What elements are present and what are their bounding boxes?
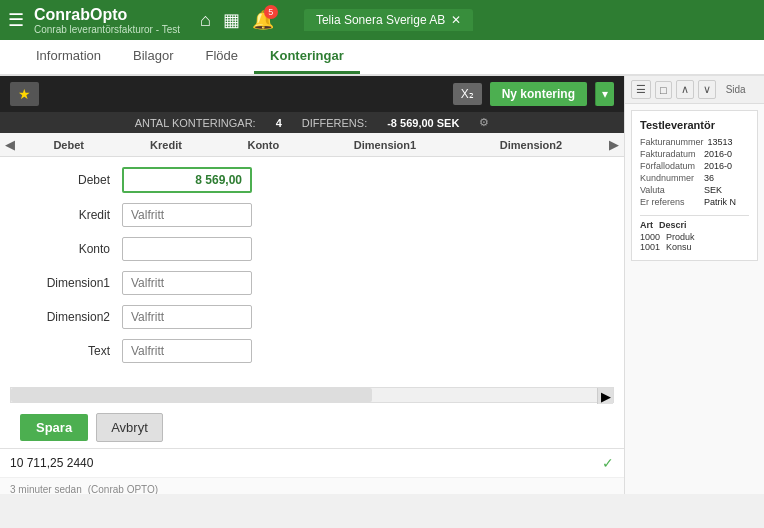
active-tab-label: Telia Sonera Sverige AB [316,13,445,27]
col-debet: Debet [20,139,117,151]
bell-icon[interactable]: 🔔5 [252,9,274,31]
antal-value: 4 [276,117,282,129]
table-row[interactable]: 10 711,25 2440 ✓ [0,449,624,478]
excel-button[interactable]: X₂ [453,83,482,105]
right-down-icon[interactable]: ∨ [698,80,716,99]
document-preview: Testleverantör Fakturanummer 13513 Faktu… [631,110,758,261]
row-author: (Conrab OPTO) [88,484,158,494]
doc-table: Art Descri 1000 Produk 1001 Konsu [640,215,749,252]
hamburger-icon[interactable]: ☰ [8,9,24,31]
dimension1-label: Dimension1 [20,276,110,290]
entry-rows: 10 711,25 2440 ✓ 3 minuter sedan (Conrab… [0,448,624,494]
table-header: ◀ Debet Kredit Konto Dimension1 Dimensio… [0,133,624,157]
app-sub: Conrab leverantörsfakturor - Test [34,24,180,35]
tab-bilagor[interactable]: Bilagor [117,40,189,74]
doc-fakturadatum: Fakturadatum 2016-0 [640,149,749,159]
differens-label: DIFFERENS: [302,117,367,129]
doc-valuta: Valuta SEK [640,185,749,195]
dimension2-row: Dimension2 [20,305,604,329]
antal-label: ANTAL KONTERINGAR: [135,117,256,129]
debet-row: Debet [20,167,604,193]
text-row: Text [20,339,604,363]
doc-table-header: Art Descri [640,220,749,230]
scroll-left-icon[interactable]: ◀ [0,137,20,152]
tab-konteringar[interactable]: Konteringar [254,40,360,74]
scroll-right-icon[interactable]: ▶ [604,137,624,152]
debet-label: Debet [20,173,110,187]
entry-toolbar: ★ X₂ Ny kontering ▾ [0,76,624,112]
form-area: Debet Kredit Konto Dimension1 Dimension2… [0,157,624,383]
stats-bar: ANTAL KONTERINGAR: 4 DIFFERENS: -8 569,0… [0,112,624,133]
right-toolbar: ☰ □ ∧ ∨ Sida [625,76,764,104]
dimension1-input[interactable] [122,271,252,295]
logo-area: ConrabOpto Conrab leverantörsfakturor - … [34,6,180,35]
konto-input[interactable] [122,237,252,261]
gear-icon[interactable]: ⚙ [479,116,489,129]
row-time: 3 minuter sedan [10,484,82,494]
right-panel: ☰ □ ∧ ∨ Sida Testleverantör Fakturanumme… [624,76,764,494]
close-icon[interactable]: ✕ [451,13,461,27]
row-values: 10 711,25 2440 [10,456,594,470]
tab-information[interactable]: Information [20,40,117,74]
ny-kontering-button[interactable]: Ny kontering [490,82,587,106]
doc-fakturanummer: Fakturanummer 13513 [640,137,749,147]
save-button[interactable]: Spara [20,414,88,441]
doc-er-referens: Er referens Patrik N [640,197,749,207]
scroll-right-arrow[interactable]: ▶ [597,388,613,404]
grid-icon[interactable]: ▦ [223,9,240,31]
row-time-info: 3 minuter sedan (Conrab OPTO) [0,478,624,494]
scroll-thumb[interactable] [11,388,372,402]
cancel-button[interactable]: Avbryt [96,413,163,442]
home-icon[interactable]: ⌂ [200,10,211,31]
doc-table-row: 1001 Konsu [640,242,749,252]
dimension2-label: Dimension2 [20,310,110,324]
dimension1-row: Dimension1 [20,271,604,295]
text-label: Text [20,344,110,358]
right-up-icon[interactable]: ∧ [676,80,694,99]
star-button[interactable]: ★ [10,82,39,106]
tab-flode[interactable]: Flöde [190,40,255,74]
app-logo: ConrabOpto [34,6,180,24]
action-buttons: Spara Avbryt [0,407,624,448]
doc-company: Testleverantör [640,119,749,131]
app-header: ☰ ConrabOpto Conrab leverantörsfakturor … [0,0,764,40]
horizontal-scrollbar[interactable]: ▶ [10,387,614,403]
active-tab[interactable]: Telia Sonera Sverige AB ✕ [304,9,473,31]
right-page-icon[interactable]: □ [655,81,672,99]
konto-row: Konto [20,237,604,261]
right-menu-icon[interactable]: ☰ [631,80,651,99]
nav-tabs: Information Bilagor Flöde Konteringar [0,40,764,76]
main-layout: ★ X₂ Ny kontering ▾ ANTAL KONTERINGAR: 4… [0,76,764,494]
left-panel: ★ X₂ Ny kontering ▾ ANTAL KONTERINGAR: 4… [0,76,624,494]
col-dimension1: Dimension1 [312,139,458,151]
doc-table-row: 1000 Produk [640,232,749,242]
col-kredit: Kredit [117,139,214,151]
col-konto: Konto [215,139,312,151]
col-dimension2: Dimension2 [458,139,604,151]
differens-value: -8 569,00 SEK [387,117,459,129]
kredit-row: Kredit [20,203,604,227]
konto-label: Konto [20,242,110,256]
doc-forfallodatum: Förfallodatum 2016-0 [640,161,749,171]
debet-input[interactable] [122,167,252,193]
header-icons: ⌂ ▦ 🔔5 [200,9,274,31]
kredit-label: Kredit [20,208,110,222]
dimension2-input[interactable] [122,305,252,329]
check-icon: ✓ [602,455,614,471]
doc-kundnummer: Kundnummer 36 [640,173,749,183]
row-data: 10 711,25 2440 [10,456,93,470]
side-label: Sida [720,80,752,99]
kredit-input[interactable] [122,203,252,227]
ny-kontering-dropdown[interactable]: ▾ [595,82,614,106]
notification-badge: 5 [264,5,278,19]
text-input[interactable] [122,339,252,363]
